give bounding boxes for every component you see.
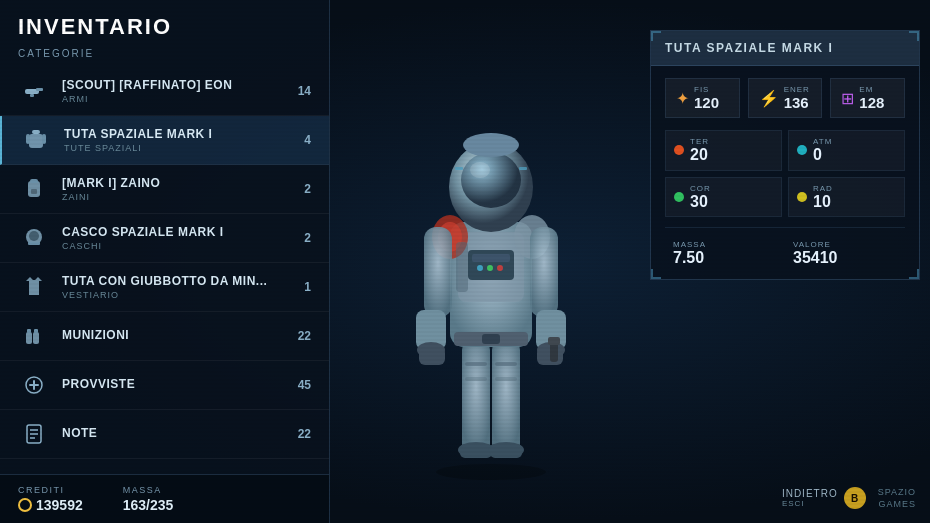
svg-rect-60	[495, 362, 517, 366]
back-button[interactable]: INDIETRO ESCI B	[782, 487, 866, 509]
atm-label: ATM	[813, 137, 832, 146]
svg-rect-13	[26, 332, 32, 344]
mass-display: MASSA 163/235	[123, 485, 174, 513]
cat-sub-zaini: ZAINI	[62, 192, 304, 202]
cat-sub-caschi: CASCHI	[62, 241, 304, 251]
category-item-caschi[interactable]: CASCO SPAZIALE MARK ICASCHI2	[0, 214, 329, 263]
atm-dot	[797, 145, 807, 155]
category-item-vestiario[interactable]: TUTA CON GIUBBOTTO DA MIN...VESTIARIO1	[0, 263, 329, 312]
cat-count-caschi: 2	[304, 231, 311, 245]
cat-name-provviste: PROVVISTE	[62, 377, 298, 393]
ter-dot	[674, 145, 684, 155]
svg-rect-9	[31, 189, 37, 194]
cat-info-note: NOTE	[62, 426, 298, 442]
mass-value: 163/235	[123, 497, 174, 513]
cat-info-caschi: CASCO SPAZIALE MARK ICASCHI	[62, 225, 304, 252]
cat-count-provviste: 45	[298, 378, 311, 392]
svg-rect-63	[456, 242, 468, 292]
item-valore-label: VALORE	[793, 240, 897, 249]
armi-icon	[18, 75, 50, 107]
svg-point-12	[29, 231, 39, 241]
item-valore: VALORE 35410	[785, 236, 905, 271]
svg-rect-61	[465, 377, 487, 381]
provviste-icon	[18, 369, 50, 401]
item-bottom-stats: MASSA 7.50 VALORE 35410	[665, 227, 905, 271]
cat-sub-tute: TUTE SPAZIALI	[64, 143, 304, 153]
cat-sub-armi: ARMI	[62, 94, 298, 104]
munizioni-icon	[18, 320, 50, 352]
svg-rect-19	[29, 384, 39, 386]
item-valore-value: 35410	[793, 249, 897, 267]
caschi-icon	[18, 222, 50, 254]
svg-rect-25	[492, 342, 520, 452]
stat-ener: ⚡ ENER 136	[748, 78, 823, 118]
cat-info-vestiario: TUTA CON GIUBBOTTO DA MIN...VESTIARIO	[62, 274, 304, 301]
svg-rect-14	[33, 332, 39, 344]
stat-fis: ✦ FIS 120	[665, 78, 740, 118]
cor-value: 30	[690, 193, 711, 211]
stat-ter: TER 20	[665, 130, 782, 171]
stat-em: ⊞ EM 128	[830, 78, 905, 118]
back-sub: ESCI	[782, 499, 838, 508]
ener-value: 136	[784, 94, 810, 111]
cat-info-armi: [SCOUT] [RAFFINATO] EONARMI	[62, 78, 298, 105]
panel-title: INVENTARIO	[0, 0, 329, 46]
ter-label: TER	[690, 137, 709, 146]
cat-sub-vestiario: VESTIARIO	[62, 290, 304, 300]
svg-rect-43	[419, 347, 445, 365]
back-label: INDIETRO	[782, 488, 838, 499]
category-list: [SCOUT] [RAFFINATO] EONARMI14 TUTA SPAZI…	[0, 67, 329, 474]
ener-label: ENER	[784, 85, 810, 94]
back-btn-icon[interactable]: B	[844, 487, 866, 509]
item-massa-value: 7.50	[673, 249, 777, 267]
mass-label: MASSA	[123, 485, 174, 495]
inventory-panel: INVENTARIO CATEGORIE [SCOUT] [RAFFINATO]…	[0, 0, 330, 523]
primary-stats: ✦ FIS 120 ⚡ ENER 136 ⊞ EM 128	[665, 78, 905, 118]
secondary-stats: TER 20 ATM 0 COR 30	[665, 130, 905, 217]
cat-info-zaini: [MARK I] ZAINOZAINI	[62, 176, 304, 203]
svg-point-34	[477, 265, 483, 271]
svg-rect-44	[530, 227, 558, 317]
cor-dot	[674, 192, 684, 202]
footer-buttons: INDIETRO ESCI B SPAZIO GAMES	[782, 486, 916, 511]
svg-rect-4	[29, 134, 43, 148]
cat-info-munizioni: MUNIZIONI	[62, 328, 298, 344]
cat-info-tute: TUTA SPAZIALE MARK ITUTE SPAZIALI	[64, 127, 304, 154]
rad-dot	[797, 192, 807, 202]
svg-rect-24	[462, 342, 490, 452]
rad-value: 10	[813, 193, 833, 211]
em-value: 128	[859, 94, 884, 111]
vestiario-icon	[18, 271, 50, 303]
category-item-armi[interactable]: [SCOUT] [RAFFINATO] EONARMI14	[0, 67, 329, 116]
credits-display: CREDITI 139592	[18, 485, 83, 513]
fis-value: 120	[694, 94, 719, 111]
fis-label: FIS	[694, 85, 719, 94]
credits-label: CREDITI	[18, 485, 83, 495]
cat-count-zaini: 2	[304, 182, 311, 196]
category-item-munizioni[interactable]: MUNIZIONI22	[0, 312, 329, 361]
character-svg	[380, 32, 600, 492]
stat-rad: RAD 10	[788, 177, 905, 218]
cat-count-munizioni: 22	[298, 329, 311, 343]
item-stats-panel: TUTA SPAZIALE MARK I ✦ FIS 120 ⚡ ENER 13…	[650, 30, 920, 280]
cat-count-note: 22	[298, 427, 311, 441]
category-item-note[interactable]: NOTE22	[0, 410, 329, 459]
category-item-zaini[interactable]: [MARK I] ZAINOZAINI2	[0, 165, 329, 214]
item-massa: MASSA 7.50	[665, 236, 785, 271]
svg-point-36	[497, 265, 503, 271]
svg-rect-15	[27, 329, 31, 333]
svg-rect-27	[460, 444, 492, 458]
svg-rect-1	[36, 88, 43, 91]
cat-name-caschi: CASCO SPAZIALE MARK I	[62, 225, 304, 241]
cat-name-vestiario: TUTA CON GIUBBOTTO DA MIN...	[62, 274, 304, 290]
svg-rect-6	[42, 134, 46, 144]
svg-rect-54	[455, 167, 463, 170]
category-item-provviste[interactable]: PROVVISTE45	[0, 361, 329, 410]
zaini-icon	[18, 173, 50, 205]
svg-rect-59	[465, 362, 487, 366]
stat-cor: COR 30	[665, 177, 782, 218]
category-item-tute[interactable]: TUTA SPAZIALE MARK ITUTE SPAZIALI4	[0, 116, 329, 165]
em-label: EM	[859, 85, 884, 94]
credit-icon	[18, 498, 32, 512]
svg-rect-5	[26, 134, 30, 144]
